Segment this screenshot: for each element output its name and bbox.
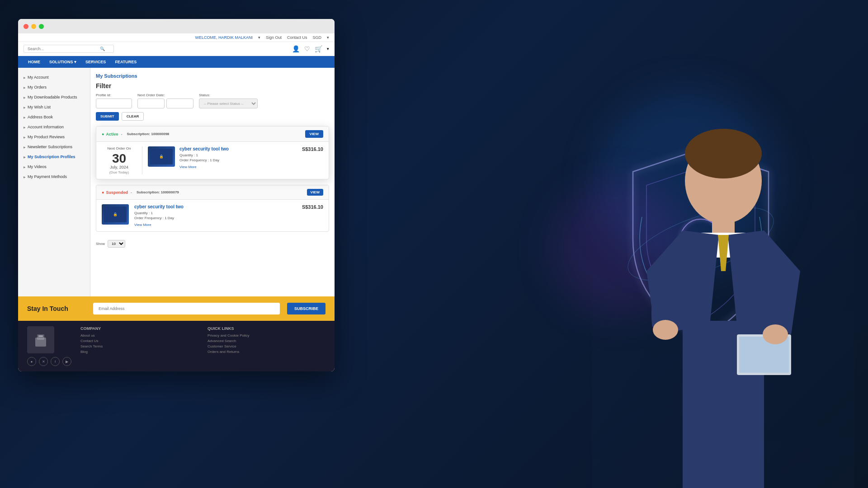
cart-icon[interactable]: 🛒 xyxy=(315,45,322,52)
sidebar-item-downloads[interactable]: My Downloadable Products xyxy=(18,92,90,102)
card-header-active: ● Active - Subscription: 100000098 VIEW xyxy=(96,127,329,142)
subscription-card-active: ● Active - Subscription: 100000098 VIEW … xyxy=(96,126,329,179)
sidebar-item-wishlist[interactable]: My Wish List xyxy=(18,102,90,112)
main-content: My Account My Orders My Downloadable Pro… xyxy=(18,68,335,296)
sidebar-item-account[interactable]: My Account xyxy=(18,72,90,82)
order-due: (Due Today) xyxy=(102,170,137,174)
browser-chrome xyxy=(18,19,335,33)
footer-search[interactable]: Advanced Search xyxy=(208,339,326,343)
footer-about[interactable]: About us xyxy=(80,333,198,338)
window-close-dot[interactable] xyxy=(24,24,28,29)
sidebar-item-subscriptions[interactable]: My Subscription Profiles xyxy=(18,152,90,162)
search-bar[interactable]: 🔍 xyxy=(24,45,114,53)
product-name-active: cyber security tool two xyxy=(179,146,229,151)
footer-logo xyxy=(27,326,54,353)
nav-solutions[interactable]: SOLUTIONS ▾ xyxy=(45,56,81,68)
submit-button[interactable]: SUBMIT xyxy=(96,112,119,121)
subscription-id-suspended: Subscription: 100000079 xyxy=(137,190,179,194)
account-icon[interactable]: 👤 xyxy=(292,45,300,52)
currency-arrow: ▾ xyxy=(327,35,329,40)
site-footer: ● ✕ f ▶ COMPANY About us Contact Us Sear… xyxy=(18,321,335,371)
nav-bar: HOME SOLUTIONS ▾ SERVICES FEATURES xyxy=(18,56,335,68)
sidebar-item-reviews[interactable]: My Product Reviews xyxy=(18,132,90,142)
subscribe-button[interactable]: SUBSCRIBE xyxy=(287,303,326,314)
currency-selector[interactable]: SGD xyxy=(312,35,321,40)
social-youtube[interactable]: ▶ xyxy=(62,357,71,366)
footer-contact[interactable]: Contact Us xyxy=(80,339,198,343)
date-from-input[interactable] xyxy=(137,99,165,108)
order-date-number: 30 xyxy=(102,152,137,165)
filter-profile-id: Profile Id: xyxy=(96,93,132,108)
search-icon[interactable]: 🔍 xyxy=(100,47,105,51)
product-price-suspended: S$316.10 xyxy=(302,204,323,210)
filter-section: Filter Profile Id: Next Order Date: xyxy=(96,82,329,121)
sidebar-item-videos[interactable]: My Videos xyxy=(18,162,90,172)
profile-id-input[interactable] xyxy=(96,99,132,108)
svg-point-13 xyxy=(653,320,678,340)
product-name-suspended: cyber security tool two xyxy=(134,204,184,209)
status-badge-active: ● Active - Subscription: 100000098 xyxy=(102,132,169,136)
card-body-active: Next Order On 30 July, 2024 (Due Today) … xyxy=(96,142,329,179)
clear-button[interactable]: CLEAR xyxy=(122,112,144,121)
wishlist-icon[interactable]: ♡ xyxy=(304,45,310,52)
filter-row: Profile Id: Next Order Date: Status: xyxy=(96,93,329,108)
product-price-active: S$316.10 xyxy=(302,146,323,152)
filter-title: Filter xyxy=(96,82,329,89)
footer-privacy[interactable]: Privacy and Cookie Policy xyxy=(208,333,326,338)
cart-count: ▾ xyxy=(327,47,329,51)
footer-company: COMPANY About us Contact Us Search Terms… xyxy=(80,326,198,366)
newsletter-bar: Stay In Touch SUBSCRIBE xyxy=(18,296,335,321)
view-button-active[interactable]: VIEW xyxy=(305,130,323,138)
product-details-active: cyber security tool two S$316.10 Quantit… xyxy=(179,146,323,174)
footer-orders[interactable]: Orders and Returns xyxy=(208,350,326,354)
status-badge-suspended: ● Suspended - Subscription: 100000079 xyxy=(102,190,179,195)
next-order-label: Next Order On xyxy=(102,146,137,150)
status-select[interactable]: -- Please select Status -- xyxy=(199,99,258,108)
site-header: 🔍 👤 ♡ 🛒 ▾ xyxy=(18,42,335,56)
window-minimize-dot[interactable] xyxy=(31,24,36,29)
quantity-suspended: Quantity : 1 xyxy=(134,211,323,215)
view-button-suspended[interactable]: VIEW xyxy=(307,189,323,196)
date-to-input[interactable] xyxy=(166,99,193,108)
signout-link[interactable]: Sign Out xyxy=(266,35,282,40)
active-dot: ● xyxy=(102,132,104,136)
sidebar-item-payment[interactable]: My Payment Methods xyxy=(18,172,90,182)
email-input[interactable] xyxy=(93,303,280,314)
price-row-active: cyber security tool two S$316.10 xyxy=(179,146,323,153)
sidebar-item-account-info[interactable]: Account Information xyxy=(18,122,90,132)
footer-blog[interactable]: Blog xyxy=(80,350,198,354)
pagination-row: Show 10 xyxy=(96,237,329,250)
sidebar-item-orders[interactable]: My Orders xyxy=(18,82,90,92)
top-bar: WELCOME, HARDIK MALKANI ▾ Sign Out Conta… xyxy=(18,33,335,42)
svg-text:🔒: 🔒 xyxy=(159,154,164,159)
nav-home[interactable]: HOME xyxy=(24,56,45,68)
social-facebook[interactable]: f xyxy=(51,357,60,366)
view-more-active[interactable]: View More xyxy=(179,165,323,169)
show-select[interactable]: 10 xyxy=(108,240,125,248)
active-status-text: Active xyxy=(106,132,118,136)
status-dash-2: - xyxy=(131,190,132,195)
sidebar-item-newsletter[interactable]: Newsletter Subscriptions xyxy=(18,142,90,152)
svg-point-4 xyxy=(685,129,762,178)
nav-features[interactable]: FEATURES xyxy=(110,56,141,68)
contact-link[interactable]: Contact Us xyxy=(287,35,307,40)
footer-logo-area: ● ✕ f ▶ xyxy=(27,326,71,366)
sidebar-item-address[interactable]: Address Book xyxy=(18,112,90,122)
view-more-suspended[interactable]: View More xyxy=(134,223,323,227)
svg-text:🔒: 🔒 xyxy=(113,212,118,216)
breadcrumb: My Subscriptions xyxy=(96,73,329,79)
content-area: My Subscriptions Filter Profile Id: Next… xyxy=(90,68,335,296)
social-circle[interactable]: ● xyxy=(27,357,36,366)
social-twitter[interactable]: ✕ xyxy=(39,357,48,366)
product-image-active: 🔒 xyxy=(148,146,175,167)
footer-customer-service[interactable]: Customer Service xyxy=(208,344,326,348)
filter-buttons: SUBMIT CLEAR xyxy=(96,112,329,121)
window-maximize-dot[interactable] xyxy=(39,24,44,29)
product-details-suspended: cyber security tool two S$316.10 Quantit… xyxy=(134,204,323,227)
status-label: Status: xyxy=(199,93,258,97)
frequency-active: Order Frequency : 1 Day xyxy=(179,158,323,162)
footer-terms[interactable]: Search Terms xyxy=(80,344,198,348)
nav-services[interactable]: SERVICES xyxy=(81,56,110,68)
search-input[interactable] xyxy=(28,47,100,51)
suspended-status-text: Suspended xyxy=(106,190,128,195)
